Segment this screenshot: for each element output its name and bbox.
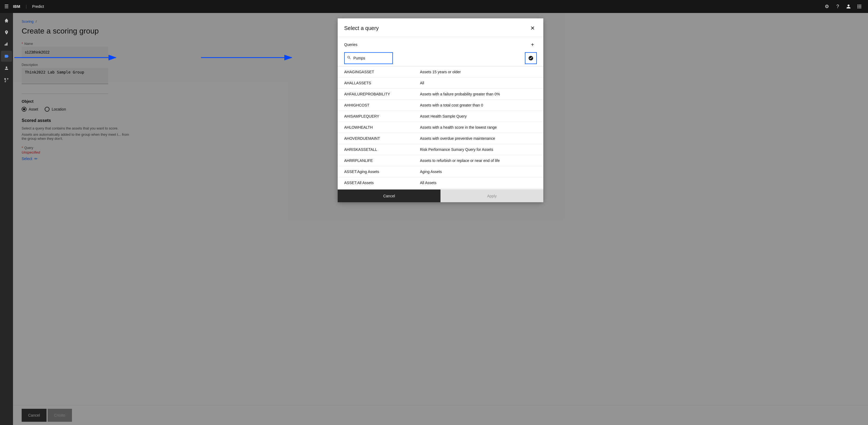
svg-rect-6 [858, 7, 858, 8]
table-col2: Aging Assets [420, 169, 537, 174]
table-col1: AHOVERDUEMAINT [344, 136, 420, 140]
table-col2: Assets with overdue preventive maintenan… [420, 136, 537, 140]
help-icon[interactable]: ? [833, 2, 842, 11]
table-col1: AHHIGHCOST [344, 103, 420, 107]
table-col2: Risk Performance Sumary Query for Assets [420, 148, 537, 152]
table-col1: AHLOWHEALTH [344, 125, 420, 130]
search-box[interactable] [344, 52, 393, 64]
table-row[interactable]: AHOVERDUEMAINT Assets with overdue preve… [338, 133, 543, 144]
top-nav-right: ⚙ ? [823, 2, 864, 11]
sidebar-icon-branch[interactable] [1, 75, 12, 86]
table-row[interactable]: AHISAMPLEQUERY Asset Health Sample Query [338, 111, 543, 122]
modal-search-row [338, 52, 543, 66]
table-col1: AHISAMPLEQUERY [344, 114, 420, 119]
nav-divider: | [26, 4, 27, 9]
modal-apply-button: Apply [440, 190, 543, 202]
table-row[interactable]: ASSET:Aging Assets Aging Assets [338, 166, 543, 177]
table-col2: Assets 15 years or older [420, 70, 537, 74]
table-row[interactable]: AHHIGHCOST Assets with a total cost grea… [338, 100, 543, 111]
sidebar-icon-rocket[interactable] [1, 15, 12, 26]
table-col2: Asset Health Sample Query [420, 114, 537, 119]
svg-rect-5 [861, 6, 861, 7]
table-col2: Assets to refurbish or replace or near e… [420, 158, 537, 163]
svg-rect-3 [858, 6, 858, 7]
table-row[interactable]: ASSET:All Assets All Assets [338, 177, 543, 189]
modal-header: Select a query ✕ [338, 19, 543, 37]
svg-rect-4 [859, 6, 860, 7]
table-col1: AHRISKASSETALL [344, 148, 420, 152]
table-row[interactable]: AHFAILUREPROBABILITY Assets with a failu… [338, 89, 543, 100]
sidebar-icon-person[interactable] [1, 63, 12, 73]
table-row[interactable]: AHAGINGASSET Assets 15 years or older [338, 66, 543, 77]
svg-rect-7 [859, 7, 860, 8]
queries-label: Queries [344, 42, 358, 47]
svg-rect-2 [861, 5, 861, 5]
brand-label: IBM [13, 4, 20, 9]
table-col2: All Assets [420, 181, 537, 185]
app-name-label: Predict [32, 4, 44, 9]
table-col1: AHRRPLANLIFE [344, 158, 420, 163]
modal-cancel-button[interactable]: Cancel [338, 190, 440, 202]
table-col2: Assets with a failure probability greate… [420, 92, 537, 96]
table-row[interactable]: AHRISKASSETALL Risk Performance Sumary Q… [338, 144, 543, 155]
table-row[interactable]: AHLOWHEALTH Assets with a health score i… [338, 122, 543, 133]
select-query-modal: Select a query ✕ Queries + AHAGINGASSET [338, 19, 543, 202]
table-row[interactable]: AHRRPLANLIFE Assets to refurbish or repl… [338, 155, 543, 166]
modal-footer: Cancel Apply [338, 189, 543, 202]
apps-icon[interactable] [855, 2, 864, 11]
svg-rect-1 [859, 5, 860, 5]
search-input[interactable] [353, 56, 390, 60]
sidebar-icon-location[interactable] [1, 27, 12, 38]
modal-table: AHAGINGASSET Assets 15 years or older AH… [338, 66, 543, 189]
table-row[interactable]: AHALLASSETS All [338, 77, 543, 89]
table-col1: AHALLASSETS [344, 81, 420, 85]
settings-icon[interactable]: ⚙ [823, 2, 831, 11]
table-col2: All [420, 81, 537, 85]
modal-title: Select a query [344, 25, 379, 31]
table-col2: Assets with a health score in the lowest… [420, 125, 537, 130]
svg-rect-8 [861, 7, 861, 8]
sidebar-icon-tag[interactable] [1, 51, 12, 62]
table-col1: AHAGINGASSET [344, 70, 420, 74]
search-icon [347, 56, 351, 61]
menu-icon[interactable]: ☰ [4, 3, 9, 9]
modal-queries-bar: Queries + [338, 37, 543, 52]
modal-close-button[interactable]: ✕ [528, 24, 537, 32]
table-col1: AHFAILUREPROBABILITY [344, 92, 420, 96]
modal-overlay: Select a query ✕ Queries + AHAGINGASSET [13, 13, 868, 425]
sidebar-icon-chart[interactable] [1, 39, 12, 50]
table-col1: ASSET:All Assets [344, 181, 420, 185]
user-icon[interactable] [844, 2, 853, 11]
check-button[interactable] [525, 52, 537, 64]
top-nav: ☰ IBM | Predict ⚙ ? [0, 0, 868, 13]
sidebar [0, 13, 13, 425]
table-col1: ASSET:Aging Assets [344, 169, 420, 174]
svg-rect-0 [858, 5, 858, 5]
table-col2: Assets with a total cost greater than 0 [420, 103, 537, 107]
add-query-button[interactable]: + [528, 40, 537, 49]
